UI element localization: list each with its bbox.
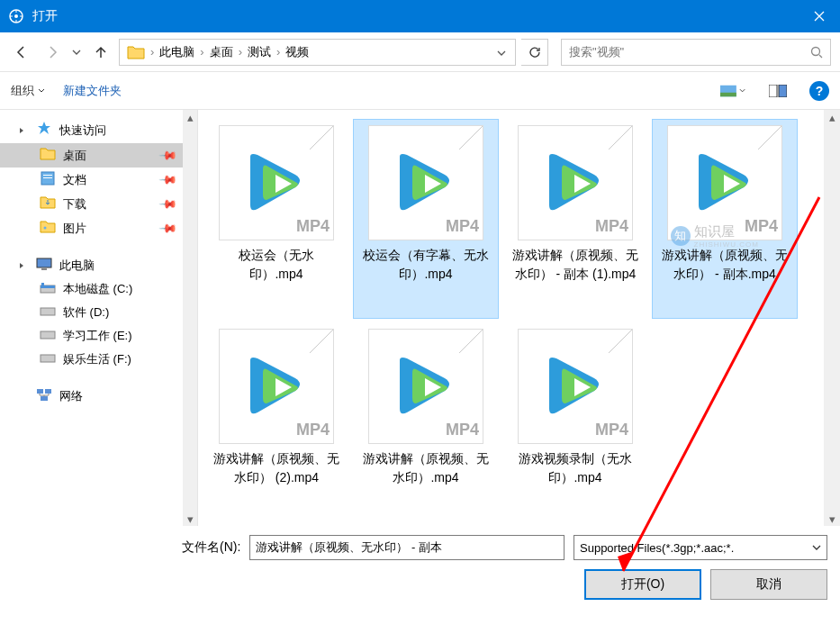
filename-input[interactable] bbox=[249, 535, 565, 560]
cancel-button[interactable]: 取消 bbox=[710, 569, 827, 600]
file-ext-badge: MP4 bbox=[745, 217, 778, 236]
bottom-panel: 文件名(N): Supported Files(*.3gp;*.aac;*. 打… bbox=[0, 526, 840, 609]
tree-label: 图片 bbox=[63, 221, 86, 237]
file-ext-badge: MP4 bbox=[296, 421, 330, 439]
forward-button[interactable] bbox=[40, 40, 65, 65]
svg-rect-12 bbox=[41, 268, 47, 270]
svg-point-2 bbox=[812, 47, 820, 55]
star-icon bbox=[36, 121, 52, 140]
svg-rect-14 bbox=[41, 285, 55, 288]
search-box[interactable] bbox=[561, 39, 831, 66]
network-icon bbox=[36, 387, 52, 404]
pin-icon: 📌 bbox=[158, 170, 178, 190]
file-scrollbar[interactable]: ▴ ▾ bbox=[824, 110, 840, 526]
tree-item[interactable]: 下载📌 bbox=[0, 192, 183, 216]
toolbar: 组织 新建文件夹 ? bbox=[0, 72, 840, 110]
up-button[interactable] bbox=[88, 40, 113, 65]
file-item[interactable]: MP4校运会（有字幕、无水印）.mp4 bbox=[353, 119, 499, 319]
preview-pane-button[interactable] bbox=[764, 79, 791, 103]
file-type-filter[interactable]: Supported Files(*.3gp;*.aac;*. bbox=[574, 535, 827, 560]
tree-item[interactable]: 桌面📌 bbox=[0, 143, 183, 168]
crumb-0[interactable]: 此电脑 bbox=[156, 44, 198, 60]
chevron-right-icon: › bbox=[275, 45, 282, 59]
file-item[interactable]: MP4游戏视频录制（无水印）.mp4 bbox=[502, 322, 648, 522]
filename-label: 文件名(N): bbox=[182, 539, 240, 556]
tree-group-pc[interactable]: 此电脑 bbox=[0, 253, 183, 277]
view-mode-button[interactable] bbox=[719, 79, 746, 103]
tree-label: 下载 bbox=[63, 196, 86, 213]
file-thumbnail: MP4 bbox=[368, 329, 483, 444]
back-button[interactable] bbox=[9, 40, 34, 65]
close-button[interactable] bbox=[799, 0, 840, 32]
file-item[interactable]: MP4游戏讲解（原视频、无水印） - 副本.mp4 bbox=[652, 119, 798, 319]
drive-icon bbox=[40, 306, 56, 320]
file-ext-badge: MP4 bbox=[446, 421, 479, 439]
crumb-1[interactable]: 桌面 bbox=[206, 44, 237, 60]
tree-item[interactable]: 娱乐生活 (F:) bbox=[0, 348, 183, 371]
pin-icon: 📌 bbox=[158, 146, 178, 166]
file-item[interactable]: MP4游戏讲解（原视频、无水印） - 副本 (1).mp4 bbox=[502, 119, 648, 319]
file-area: MP4校运会（无水印）.mp4MP4校运会（有字幕、无水印）.mp4MP4游戏讲… bbox=[198, 110, 840, 526]
file-item[interactable]: MP4游戏讲解（原视频、无水印） (2).mp4 bbox=[203, 322, 349, 522]
file-ext-badge: MP4 bbox=[595, 217, 628, 236]
titlebar: 打开 bbox=[0, 0, 840, 32]
folder-pic-icon bbox=[40, 220, 56, 237]
tree-item[interactable]: 本地磁盘 (C:) bbox=[0, 277, 183, 301]
main-area: 快速访问桌面📌文档📌下载📌图片📌此电脑本地磁盘 (C:)软件 (D:)学习工作 … bbox=[0, 110, 840, 526]
folder-icon bbox=[127, 44, 145, 60]
tree-label: 快速访问 bbox=[59, 122, 106, 139]
search-input[interactable] bbox=[569, 45, 810, 59]
svg-rect-6 bbox=[779, 85, 787, 97]
refresh-button[interactable] bbox=[521, 39, 548, 66]
svg-rect-15 bbox=[41, 283, 44, 285]
recent-dropdown[interactable] bbox=[70, 40, 83, 65]
app-icon bbox=[9, 9, 23, 23]
folder-dl-icon bbox=[40, 195, 56, 213]
tree-group-network[interactable]: 网络 bbox=[0, 384, 183, 408]
file-ext-badge: MP4 bbox=[446, 217, 479, 236]
svg-rect-18 bbox=[41, 355, 55, 362]
folder-icon bbox=[40, 147, 56, 164]
scroll-up-icon[interactable]: ▴ bbox=[183, 110, 197, 124]
file-ext-badge: MP4 bbox=[595, 421, 628, 439]
chevron-right-icon: › bbox=[149, 45, 156, 59]
drive-c-icon bbox=[40, 282, 56, 297]
scroll-down-icon[interactable]: ▾ bbox=[824, 512, 840, 526]
sidebar-scrollbar[interactable]: ▴ ▾ bbox=[183, 110, 197, 526]
svg-rect-19 bbox=[37, 389, 43, 394]
tree-label: 学习工作 (E:) bbox=[63, 328, 132, 344]
file-name-label: 校运会（有字幕、无水印）.mp4 bbox=[359, 246, 492, 284]
svg-rect-8 bbox=[43, 175, 52, 176]
chevron-right-icon: › bbox=[237, 45, 244, 59]
tree-item[interactable]: 文档📌 bbox=[0, 168, 183, 192]
drive-icon bbox=[40, 353, 56, 367]
breadcrumb-dropdown[interactable] bbox=[492, 45, 511, 59]
organize-menu[interactable]: 组织 bbox=[11, 83, 45, 99]
file-grid[interactable]: MP4校运会（无水印）.mp4MP4校运会（有字幕、无水印）.mp4MP4游戏讲… bbox=[198, 110, 824, 526]
file-thumbnail: MP4 bbox=[219, 125, 334, 240]
scroll-down-icon[interactable]: ▾ bbox=[183, 512, 197, 526]
tree-item[interactable]: 软件 (D:) bbox=[0, 301, 183, 324]
tree-item[interactable]: 图片📌 bbox=[0, 216, 183, 240]
new-folder-button[interactable]: 新建文件夹 bbox=[63, 83, 122, 99]
tree-item[interactable]: 学习工作 (E:) bbox=[0, 324, 183, 348]
scroll-up-icon[interactable]: ▴ bbox=[824, 110, 840, 124]
file-name-label: 校运会（无水印）.mp4 bbox=[210, 246, 343, 284]
tree-label: 本地磁盘 (C:) bbox=[63, 281, 132, 297]
drive-icon bbox=[40, 330, 56, 343]
tree-label: 娱乐生活 (F:) bbox=[63, 351, 131, 367]
help-button[interactable]: ? bbox=[809, 81, 829, 101]
file-ext-badge: MP4 bbox=[296, 217, 330, 236]
breadcrumb[interactable]: › 此电脑 › 桌面 › 测试 › 视频 bbox=[119, 39, 516, 66]
svg-rect-5 bbox=[769, 85, 777, 97]
crumb-2[interactable]: 测试 bbox=[244, 44, 275, 60]
svg-point-10 bbox=[44, 227, 47, 230]
open-button[interactable]: 打开(O) bbox=[584, 569, 701, 600]
file-item[interactable]: MP4校运会（无水印）.mp4 bbox=[203, 119, 349, 319]
file-item[interactable]: MP4游戏讲解（原视频、无水印）.mp4 bbox=[353, 322, 499, 522]
crumb-3[interactable]: 视频 bbox=[282, 44, 312, 60]
tree-label: 网络 bbox=[59, 388, 83, 404]
file-thumbnail: MP4 bbox=[368, 125, 483, 240]
tree-group-star[interactable]: 快速访问 bbox=[0, 117, 183, 143]
pin-icon: 📌 bbox=[158, 195, 178, 214]
